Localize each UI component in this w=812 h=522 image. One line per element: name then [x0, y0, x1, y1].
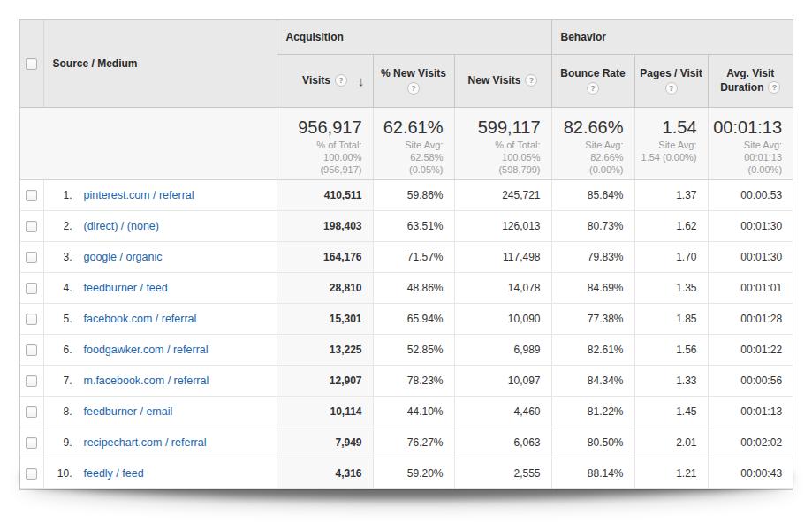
- sort-descending-icon[interactable]: ↓: [358, 73, 365, 88]
- avg-visit-duration-cell: 00:01:01: [708, 272, 793, 303]
- source-medium-cell: 6. foodgawker.com / referral: [43, 334, 277, 365]
- column-header-avg-visit-duration[interactable]: Avg. Visit Duration ?: [708, 54, 793, 107]
- source-medium-link[interactable]: facebook.com / referral: [84, 313, 197, 325]
- row-checkbox[interactable]: [26, 283, 37, 294]
- summary-visits-subtext: % of Total: 100.00% (956,917): [277, 139, 362, 176]
- page: Source / Medium Acquisition Behavior Vis…: [0, 0, 812, 490]
- pages-per-visit-cell: 1.62: [634, 210, 708, 241]
- row-number: 3.: [44, 251, 72, 263]
- summary-source-spacer: [43, 107, 277, 179]
- row-checkbox[interactable]: [26, 252, 37, 263]
- source-medium-cell: 1. pinterest.com / referral: [43, 179, 277, 210]
- source-medium-link[interactable]: recipechart.com / referral: [84, 436, 207, 449]
- column-header-new-visits[interactable]: New Visits ?: [454, 54, 551, 107]
- avg-visit-duration-cell: 00:01:28: [708, 303, 793, 334]
- pct-new-visits-cell: 71.57%: [373, 241, 454, 272]
- row-checkbox-cell: [20, 396, 43, 427]
- pct-new-visits-cell: 52.85%: [373, 334, 454, 365]
- help-icon[interactable]: ?: [407, 82, 420, 95]
- table-row: 5. facebook.com / referral 15,301 65.94%…: [20, 303, 793, 334]
- row-number: 6.: [44, 344, 72, 356]
- bounce-rate-cell: 85.64%: [551, 179, 634, 210]
- avg-visit-duration-cell: 00:01:13: [708, 396, 793, 427]
- column-header-visits[interactable]: Visits ? ↓: [277, 54, 373, 107]
- summary-visits-value: 956,917: [277, 117, 362, 138]
- source-medium-link[interactable]: (direct) / (none): [84, 220, 159, 232]
- row-checkbox[interactable]: [26, 406, 37, 418]
- row-checkbox[interactable]: [26, 375, 37, 387]
- summary-bounce-rate: 82.66% Site Avg: 82.66% (0.00%): [551, 107, 634, 179]
- row-checkbox-cell: [20, 179, 43, 210]
- row-checkbox[interactable]: [26, 190, 37, 201]
- source-medium-link[interactable]: feedburner / email: [84, 405, 173, 418]
- summary-new-visits-value: 599,117: [455, 117, 541, 138]
- table-row: 9. recipechart.com / referral 7,949 76.2…: [20, 427, 793, 458]
- row-number: 7.: [44, 374, 72, 387]
- pct-new-visits-header-label: % New Visits: [381, 67, 446, 79]
- column-header-pages-per-visit[interactable]: Pages / Visit ?: [634, 54, 708, 107]
- new-visits-cell: 14,078: [454, 272, 551, 303]
- row-checkbox-cell: [20, 210, 43, 241]
- pages-per-visit-cell: 1.33: [634, 365, 708, 396]
- source-medium-link[interactable]: feedburner / feed: [84, 282, 168, 294]
- pct-new-visits-cell: 78.23%: [373, 365, 454, 396]
- avg-visit-duration-cell: 00:01:30: [708, 210, 793, 241]
- row-checkbox-cell: [20, 334, 43, 365]
- help-icon[interactable]: ?: [525, 74, 537, 87]
- source-medium-cell: 7. m.facebook.com / referral: [43, 365, 277, 396]
- avg-visit-duration-header-line1: Avg. Visit: [726, 67, 774, 79]
- row-checkbox[interactable]: [26, 344, 37, 356]
- pct-new-visits-cell: 76.27%: [373, 427, 454, 458]
- pct-new-visits-cell: 48.86%: [373, 272, 454, 303]
- help-icon[interactable]: ?: [665, 82, 678, 95]
- visits-cell: 12,907: [277, 365, 373, 396]
- row-checkbox-cell: [20, 241, 43, 272]
- row-number: 5.: [44, 313, 72, 325]
- new-visits-header-label: New Visits: [468, 74, 521, 87]
- source-medium-link[interactable]: m.facebook.com / referral: [84, 374, 209, 387]
- visits-cell: 410,511: [277, 179, 373, 210]
- bounce-rate-cell: 84.69%: [551, 272, 634, 303]
- column-header-source-medium[interactable]: Source / Medium: [43, 20, 277, 107]
- column-header-pct-new-visits[interactable]: % New Visits ?: [373, 54, 454, 107]
- summary-new-visits-subtext: % of Total: 100.05% (598,799): [455, 139, 541, 176]
- bounce-rate-cell: 84.34%: [551, 365, 634, 396]
- source-medium-link[interactable]: feedly / feed: [84, 467, 144, 480]
- source-medium-link[interactable]: foodgawker.com / referral: [84, 344, 209, 356]
- help-icon[interactable]: ?: [768, 81, 780, 94]
- table-row: 7. m.facebook.com / referral 12,907 78.2…: [20, 365, 793, 396]
- summary-checkbox-spacer: [20, 107, 43, 179]
- column-header-bounce-rate[interactable]: Bounce Rate ?: [551, 54, 634, 107]
- source-medium-link[interactable]: google / organic: [84, 251, 163, 263]
- row-checkbox[interactable]: [26, 468, 37, 480]
- table-row: 3. google / organic 164,176 71.57% 117,4…: [20, 241, 793, 272]
- row-checkbox[interactable]: [26, 314, 37, 325]
- avg-visit-duration-cell: 00:01:22: [708, 334, 793, 365]
- row-number: 2.: [44, 220, 72, 232]
- row-checkbox[interactable]: [26, 221, 37, 232]
- help-icon[interactable]: ?: [335, 74, 347, 87]
- row-checkbox[interactable]: [26, 437, 37, 449]
- bounce-rate-header-label: Bounce Rate: [560, 67, 625, 79]
- group-header-behavior: Behavior: [551, 20, 793, 54]
- source-medium-link[interactable]: pinterest.com / referral: [84, 189, 194, 201]
- row-number: 8.: [44, 405, 72, 418]
- table-row: 2. (direct) / (none) 198,403 63.51% 126,…: [20, 210, 793, 241]
- source-medium-table: Source / Medium Acquisition Behavior Vis…: [20, 20, 793, 489]
- summary-avg-visit-duration-subtext: Site Avg: 00:01:13 (0.00%): [709, 139, 783, 176]
- help-icon[interactable]: ?: [587, 82, 599, 95]
- visits-cell: 10,114: [277, 396, 373, 427]
- summary-pages-per-visit: 1.54 Site Avg: 1.54 (0.00%): [634, 107, 708, 179]
- avg-visit-duration-cell: 00:00:43: [708, 458, 793, 488]
- table-row: 4. feedburner / feed 28,810 48.86% 14,07…: [20, 272, 793, 303]
- pct-new-visits-cell: 44.10%: [373, 396, 454, 427]
- select-all-checkbox[interactable]: [26, 58, 37, 70]
- bounce-rate-cell: 82.61%: [551, 334, 634, 365]
- new-visits-cell: 10,090: [454, 303, 551, 334]
- row-checkbox-cell: [20, 458, 43, 488]
- new-visits-cell: 6,063: [454, 427, 551, 458]
- source-medium-cell: 2. (direct) / (none): [43, 210, 277, 241]
- pages-per-visit-cell: 1.85: [634, 303, 708, 334]
- pct-new-visits-cell: 65.94%: [373, 303, 454, 334]
- row-number: 4.: [44, 282, 72, 294]
